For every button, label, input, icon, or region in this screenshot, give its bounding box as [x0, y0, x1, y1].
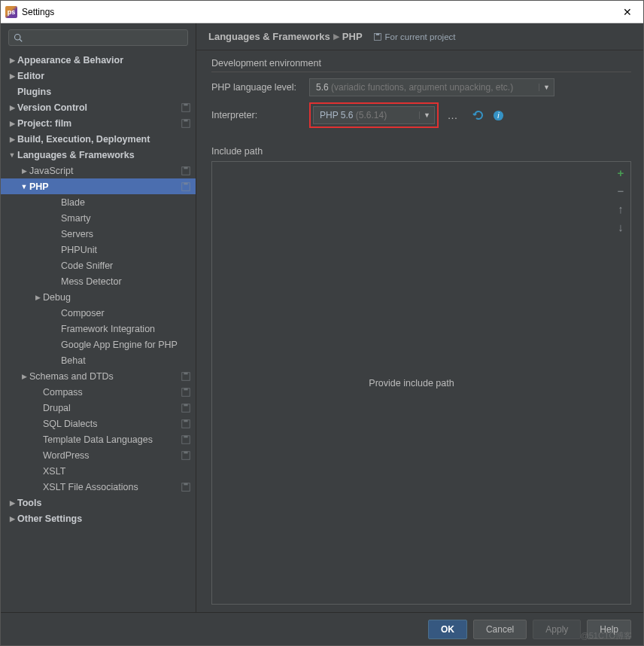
include-path-label: Include path: [196, 131, 643, 161]
svg-rect-19: [184, 435, 187, 437]
settings-sidebar: ▶Appearance & Behavior▶EditorPlugins▶Ver…: [1, 23, 196, 612]
refresh-icon[interactable]: [472, 108, 485, 122]
chevron-right-icon: ▶: [7, 515, 17, 523]
help-button[interactable]: Help: [587, 620, 631, 639]
project-scope-icon: [181, 166, 191, 176]
tree-item-label: XSLT: [43, 466, 196, 477]
tree-item[interactable]: Template Data Languages: [1, 431, 196, 447]
interpreter-select[interactable]: PHP 5.6 (5.6.14) ▼: [313, 106, 435, 124]
tree-item[interactable]: Framework Integration: [1, 321, 196, 337]
tree-item[interactable]: ▶Schemas and DTDs: [1, 368, 196, 384]
chevron-right-icon: ▶: [7, 56, 17, 64]
tree-item-label: Debug: [43, 292, 196, 303]
settings-tree: ▶Appearance & Behavior▶EditorPlugins▶Ver…: [1, 52, 196, 612]
tree-item[interactable]: Plugins: [1, 84, 196, 99]
tree-item[interactable]: Servers: [1, 226, 196, 242]
remove-icon[interactable]: −: [615, 184, 627, 197]
tree-item[interactable]: ▶Tools: [1, 495, 196, 510]
tree-item-label: Appearance & Behavior: [17, 55, 196, 66]
project-scope-icon: [181, 181, 191, 192]
add-icon[interactable]: +: [615, 166, 627, 178]
tree-item-label: XSLT File Associations: [43, 482, 181, 492]
tree-item-label: Other Settings: [17, 513, 196, 524]
chevron-right-icon: ▶: [7, 104, 17, 111]
tree-item[interactable]: ▶Version Control: [1, 99, 196, 115]
dialog-footer: OK Cancel Apply Help @51CTO博客: [1, 612, 643, 645]
svg-rect-7: [184, 166, 187, 169]
svg-rect-17: [184, 419, 187, 422]
tree-item[interactable]: Google App Engine for PHP: [1, 337, 196, 352]
cancel-button[interactable]: Cancel: [473, 620, 527, 639]
svg-point-0: [15, 35, 21, 41]
move-down-icon[interactable]: ↓: [615, 221, 627, 233]
tree-item[interactable]: Compass: [1, 384, 196, 400]
tree-item[interactable]: ▼PHP: [1, 178, 196, 194]
tree-item[interactable]: ▶Editor: [1, 68, 196, 84]
interpreter-label: Interpreter:: [211, 110, 309, 120]
tree-item-label: JavaScript: [29, 166, 181, 176]
project-scope-icon: [181, 434, 191, 445]
tree-item-label: Compass: [43, 387, 181, 398]
tree-item[interactable]: ▶Other Settings: [1, 510, 196, 526]
info-icon[interactable]: i: [491, 108, 505, 122]
tree-item-label: Blade: [61, 197, 196, 208]
project-scope-icon: [181, 419, 191, 429]
tree-item[interactable]: XSLT File Associations: [1, 479, 196, 495]
ok-button[interactable]: OK: [428, 620, 467, 639]
tree-item[interactable]: ▶Appearance & Behavior: [1, 52, 196, 68]
lang-level-select[interactable]: 5.6 (variadic functions, argument unpack…: [309, 78, 554, 96]
chevron-down-icon: ▼: [419, 111, 434, 119]
tree-item-label: SQL Dialects: [43, 419, 181, 429]
tree-item[interactable]: XSLT: [1, 463, 196, 479]
tree-item-label: Code Sniffer: [61, 261, 196, 271]
project-scope-icon: [181, 403, 191, 413]
close-icon[interactable]: ✕: [616, 6, 639, 18]
tree-item[interactable]: Blade: [1, 194, 196, 210]
tree-item-label: WordPress: [43, 450, 181, 461]
breadcrumb-part[interactable]: Languages & Frameworks: [208, 31, 330, 42]
tree-item[interactable]: Mess Detector: [1, 273, 196, 289]
tree-item[interactable]: ▶Debug: [1, 289, 196, 305]
svg-rect-25: [375, 33, 379, 35]
tree-item[interactable]: ▶Build, Execution, Deployment: [1, 131, 196, 147]
highlight-box: PHP 5.6 (5.6.14) ▼: [309, 102, 439, 128]
tree-item[interactable]: PHPUnit: [1, 242, 196, 257]
apply-button[interactable]: Apply: [533, 620, 581, 639]
section-label: Development environment: [196, 50, 643, 72]
chevron-right-icon: ▶: [7, 136, 17, 143]
browse-button[interactable]: …: [445, 107, 461, 123]
tree-item-label: PHPUnit: [61, 245, 196, 255]
tree-item[interactable]: ▶Project: film: [1, 115, 196, 131]
svg-rect-15: [184, 404, 187, 406]
svg-rect-5: [184, 119, 187, 121]
project-scope-icon: [181, 371, 191, 382]
window-title: Settings: [22, 7, 616, 17]
tree-item[interactable]: Code Sniffer: [1, 257, 196, 273]
tree-item-label: Behat: [61, 355, 196, 366]
svg-rect-23: [184, 483, 187, 485]
breadcrumb-sep-icon: ▶: [333, 32, 339, 41]
svg-rect-9: [184, 182, 187, 184]
tree-item[interactable]: Composer: [1, 305, 196, 321]
search-icon: [14, 33, 23, 42]
tree-item[interactable]: SQL Dialects: [1, 416, 196, 431]
chevron-right-icon: ▶: [32, 294, 43, 301]
tree-item-label: Tools: [17, 498, 196, 508]
include-path-placeholder: Provide include path: [212, 162, 611, 604]
project-scope-icon: [181, 118, 191, 129]
svg-rect-13: [184, 388, 187, 390]
tree-item[interactable]: Smarty: [1, 210, 196, 226]
tree-item[interactable]: Behat: [1, 352, 196, 368]
include-path-list[interactable]: Provide include path + − ↑ ↓: [211, 161, 631, 605]
chevron-right-icon: ▶: [7, 120, 17, 127]
move-up-icon[interactable]: ↑: [615, 203, 627, 215]
tree-item[interactable]: WordPress: [1, 447, 196, 463]
tree-item-label: Plugins: [17, 87, 196, 97]
project-icon: [373, 32, 382, 41]
search-input[interactable]: [8, 29, 188, 46]
titlebar: ps Settings ✕: [1, 1, 643, 23]
tree-item[interactable]: Drupal: [1, 400, 196, 416]
tree-item[interactable]: ▶JavaScript: [1, 163, 196, 178]
breadcrumb-part: PHP: [342, 31, 363, 42]
tree-item[interactable]: ▼Languages & Frameworks: [1, 147, 196, 163]
